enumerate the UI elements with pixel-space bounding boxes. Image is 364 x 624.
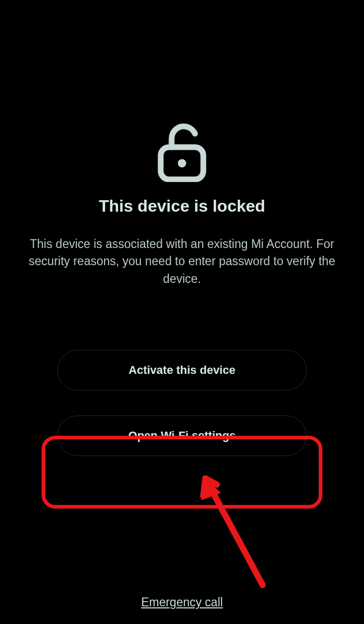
open-wifi-settings-button[interactable]: Open Wi-Fi settings (57, 415, 307, 456)
svg-marker-2 (201, 478, 221, 500)
svg-point-1 (178, 159, 186, 167)
lock-description: This device is associated with an existi… (0, 236, 364, 288)
activate-button-label: Activate this device (128, 363, 235, 377)
emergency-call-link[interactable]: Emergency call (141, 595, 223, 609)
page-title: This device is locked (99, 197, 265, 216)
button-group: Activate this device Open Wi-Fi settings (0, 350, 364, 456)
activate-device-button[interactable]: Activate this device (57, 350, 307, 391)
wifi-button-label: Open Wi-Fi settings (128, 429, 236, 443)
unlock-icon (153, 122, 211, 182)
annotation-arrow-icon (195, 473, 273, 593)
